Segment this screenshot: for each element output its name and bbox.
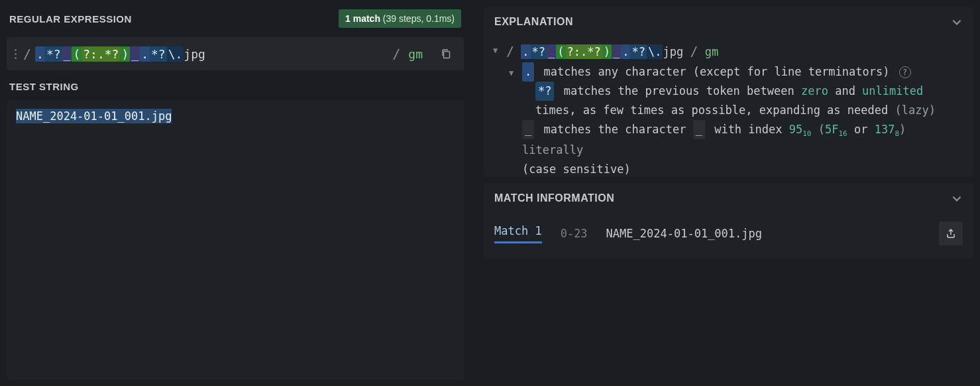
explanation-underscore-line: _ matches the character _ with index 951… <box>490 120 968 176</box>
regex-token: ( <box>556 44 565 59</box>
explanation-header[interactable]: EXPLANATION <box>484 7 973 37</box>
regex-token: _ <box>62 46 72 62</box>
copy-button[interactable] <box>435 44 457 64</box>
regex-token: _ <box>612 44 621 59</box>
info-icon[interactable]: ? <box>899 66 911 78</box>
regex-token: ) <box>602 44 612 59</box>
chevron-down-icon[interactable] <box>951 192 963 204</box>
regex-token: \. <box>647 44 663 59</box>
match-info-panel: MATCH INFORMATION Match 1 0-23 NAME_2024… <box>484 183 973 259</box>
triangle-down-icon[interactable]: ▼ <box>509 62 518 80</box>
chevron-down-icon[interactable] <box>951 16 963 28</box>
test-string-title: TEST STRING <box>9 81 79 92</box>
regex-open-delim: / <box>23 46 31 62</box>
match-range: 0-23 <box>561 227 588 240</box>
match-text: NAME_2024-01-01_001.jpg <box>606 227 762 240</box>
regex-token: ( <box>72 46 82 62</box>
explanation-panel: EXPLANATION ▼ / .*?_(?:.*?)_.*?\.jpg / g… <box>484 7 973 176</box>
regex-token: *? <box>45 46 62 62</box>
regex-input[interactable]: / .*?_(?:.*?)_.*?\.jpg / gm <box>7 37 464 70</box>
explanation-star-line: *? matches the previous token between ze… <box>490 82 968 120</box>
test-string-input[interactable]: NAME_2024-01-01_001.jpg <box>7 100 464 379</box>
drag-handle-icon[interactable] <box>13 49 19 59</box>
match-info-title: MATCH INFORMATION <box>494 192 614 204</box>
explanation-dot-line[interactable]: ▼ . matches any character (except for li… <box>490 62 968 82</box>
explanation-regex-line[interactable]: ▼ / .*?_(?:.*?)_.*?\.jpg / gm <box>490 40 968 62</box>
match-info-header[interactable]: MATCH INFORMATION <box>484 183 973 214</box>
regex-token: \. <box>167 46 184 62</box>
regex-flags[interactable]: gm <box>404 47 423 61</box>
regex-token: . <box>521 44 530 59</box>
regex-token: _ <box>547 44 556 59</box>
test-string-match: NAME_2024-01-01_001.jpg <box>16 109 172 123</box>
regex-title: REGULAR EXPRESSION <box>9 13 132 25</box>
match-label: Match 1 <box>494 224 542 243</box>
explanation-title: EXPLANATION <box>494 16 573 28</box>
test-string-header: TEST STRING <box>0 70 470 97</box>
match-details: (39 steps, 0.1ms) <box>383 13 455 24</box>
export-button[interactable] <box>939 222 963 245</box>
match-count: 1 match <box>345 13 380 24</box>
regex-token: . <box>35 46 45 62</box>
regex-token: . <box>621 44 630 59</box>
regex-token: . <box>140 46 150 62</box>
regex-close-delim: / <box>392 46 400 62</box>
regex-token: *? <box>150 46 167 62</box>
svg-rect-0 <box>444 52 450 58</box>
regex-token: ) <box>120 46 130 62</box>
regex-token: *? <box>630 44 646 59</box>
regex-token: jpg <box>663 45 683 58</box>
regex-token: ?:.*? <box>566 44 602 59</box>
regex-section-header: REGULAR EXPRESSION 1 match (39 steps, 0.… <box>0 0 470 34</box>
match-badge: 1 match (39 steps, 0.1ms) <box>339 9 461 28</box>
share-icon <box>946 228 956 239</box>
regex-body[interactable]: .*?_(?:.*?)_.*?\.jpg <box>35 46 388 62</box>
regex-token: _ <box>130 46 140 62</box>
match-row[interactable]: Match 1 0-23 NAME_2024-01-01_001.jpg <box>484 214 973 259</box>
copy-icon <box>441 48 451 59</box>
triangle-down-icon[interactable]: ▼ <box>493 40 502 57</box>
regex-token: ?:.*? <box>82 46 120 62</box>
regex-token: *? <box>531 44 547 59</box>
regex-token: jpg <box>184 47 205 61</box>
explanation-body: ▼ / .*?_(?:.*?)_.*?\.jpg / gm ▼ . matche… <box>484 37 973 176</box>
